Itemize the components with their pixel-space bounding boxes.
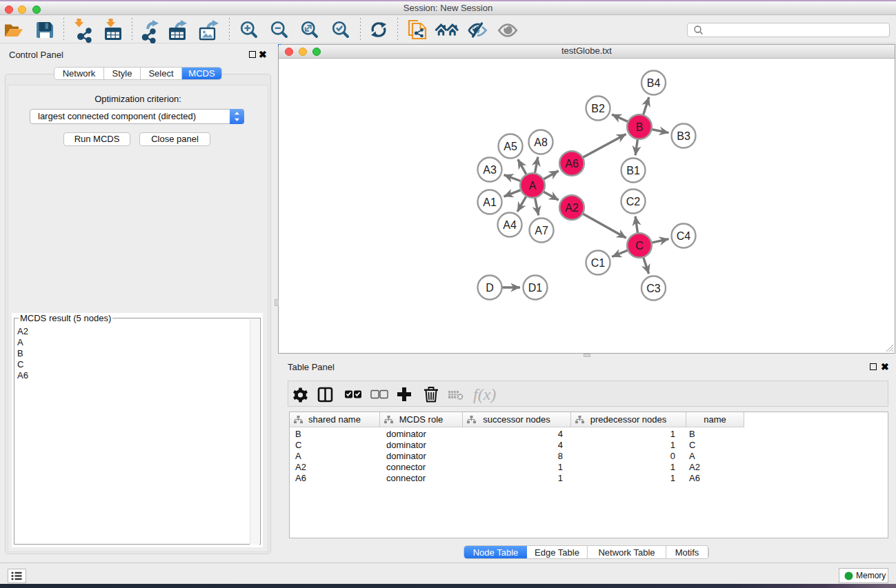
svg-text:A: A xyxy=(529,180,537,192)
svg-text:B1: B1 xyxy=(626,165,640,176)
svg-text:C2: C2 xyxy=(626,196,641,207)
svg-text:D1: D1 xyxy=(528,282,543,294)
svg-text:A1: A1 xyxy=(483,196,497,208)
svg-text:A4: A4 xyxy=(503,219,517,231)
svg-text:f(x): f(x) xyxy=(473,385,496,403)
svg-text:B3: B3 xyxy=(677,130,690,142)
svg-text:A8: A8 xyxy=(534,136,548,148)
svg-text:D: D xyxy=(486,282,494,294)
svg-text:B: B xyxy=(636,121,644,133)
svg-text:A2: A2 xyxy=(565,202,579,214)
svg-text:B2: B2 xyxy=(591,103,605,114)
svg-text:C4: C4 xyxy=(677,230,691,242)
svg-text:A5: A5 xyxy=(504,141,517,152)
svg-text:C1: C1 xyxy=(591,257,606,269)
svg-text:A3: A3 xyxy=(483,164,497,176)
svg-text:A6: A6 xyxy=(565,158,579,170)
svg-text:A7: A7 xyxy=(535,225,548,236)
svg-text:C3: C3 xyxy=(646,283,661,294)
svg-text:B4: B4 xyxy=(647,77,661,89)
svg-text:C: C xyxy=(635,240,644,252)
